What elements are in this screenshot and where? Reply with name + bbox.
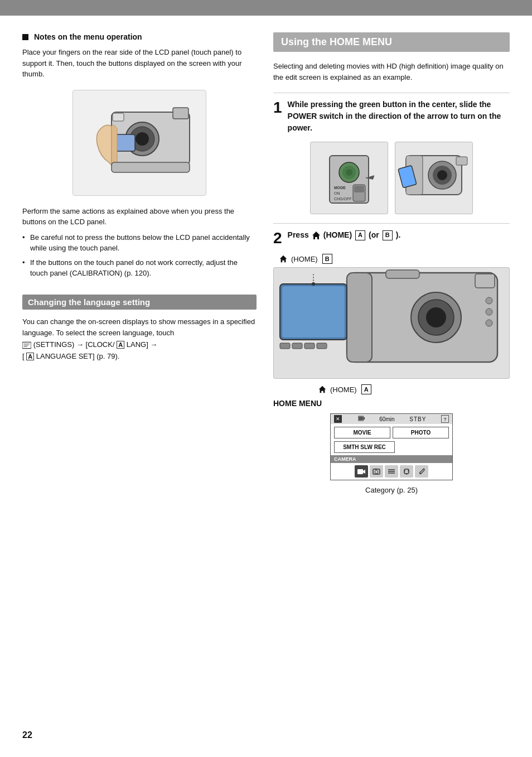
step2-divider <box>273 223 510 224</box>
notes-heading: Notes on the menu operation <box>22 32 257 41</box>
svg-rect-49 <box>359 417 363 420</box>
photo-mode-icon <box>373 468 380 475</box>
home-menu-screen: ✕ 60min STBY ? MOVIE PHOTO <box>330 413 453 480</box>
svg-rect-58 <box>404 469 409 474</box>
svg-marker-51 <box>363 470 365 474</box>
svg-rect-42 <box>292 343 302 349</box>
camera-lcd-svg <box>274 267 509 379</box>
camera-side-step1 <box>395 142 473 214</box>
svg-rect-44 <box>317 343 327 349</box>
hms-icon-4[interactable] <box>415 465 428 478</box>
home-icon-a <box>318 385 327 394</box>
svg-point-36 <box>486 308 492 315</box>
category-label: Category (p. 25) <box>273 486 510 494</box>
step1-row: 1 While pressing the green button in the… <box>273 99 510 134</box>
page-number: 22 <box>22 730 32 740</box>
a-box-lang: A <box>117 341 124 349</box>
svg-point-46 <box>312 282 315 286</box>
battery-icon <box>358 416 365 421</box>
home-a-label-row: (HOME) A <box>318 384 510 394</box>
svg-text:CHG/OFF: CHG/OFF <box>334 197 352 201</box>
bullet-2: If the buttons on the touch panel do not… <box>22 257 257 279</box>
intro-text: Selecting and deleting movies with HD (h… <box>273 61 510 83</box>
step2-row: 2 Press (HOME) A (or B ). <box>273 229 510 246</box>
step2-press: Press <box>288 229 309 241</box>
step1-images: MODE ON CHG/OFF <box>273 142 510 214</box>
home-b-box: B <box>322 254 332 264</box>
svg-rect-48 <box>364 417 365 420</box>
wrench-icon <box>418 468 425 475</box>
left-column: Notes on the menu operation Place your f… <box>22 32 257 500</box>
camera-hand-image <box>72 90 206 196</box>
svg-point-3 <box>136 132 149 146</box>
hms-camera-label: CAMERA <box>331 455 452 463</box>
step2-content: Press (HOME) A (or B ). <box>288 229 401 241</box>
power-switch-svg: MODE ON CHG/OFF <box>313 144 385 211</box>
svg-rect-30 <box>386 270 419 278</box>
svg-point-62 <box>420 473 421 474</box>
step2-home-label: (HOME) <box>323 229 352 241</box>
square-icon <box>22 34 28 40</box>
svg-point-60 <box>404 470 405 471</box>
top-bar <box>0 0 532 16</box>
svg-rect-7 <box>112 162 190 172</box>
home-menu-label: HOME MENU <box>273 399 510 408</box>
camera-side-svg <box>398 144 470 211</box>
hms-topbar: ✕ 60min STBY ? <box>331 414 452 424</box>
svg-rect-4 <box>173 108 188 119</box>
bullet-1: Be careful not to press the buttons belo… <box>22 232 257 254</box>
svg-rect-43 <box>304 343 315 349</box>
power-switch-image: MODE ON CHG/OFF <box>310 142 388 214</box>
a-box-lang2: A <box>26 353 34 360</box>
step2-camera-container: (HOME) B <box>273 254 510 394</box>
home-b-label-row: (HOME) B <box>279 254 510 264</box>
svg-rect-54 <box>375 469 377 470</box>
svg-point-61 <box>408 470 409 471</box>
camera-mode-icon <box>357 468 365 475</box>
hms-icon-0[interactable] <box>355 465 368 478</box>
home-menu-banner: Using the HOME MENU <box>273 32 510 52</box>
svg-rect-27 <box>456 157 467 165</box>
hms-movie-photo-row: MOVIE PHOTO <box>331 424 452 441</box>
hms-photo-btn[interactable]: PHOTO <box>393 427 449 438</box>
svg-rect-40 <box>282 286 345 337</box>
step1-text: While pressing the green button in the c… <box>288 99 510 134</box>
step2-number: 2 <box>273 230 282 246</box>
svg-point-26 <box>437 170 447 180</box>
lang-banner: Changing the language setting <box>22 295 257 310</box>
svg-rect-50 <box>357 469 363 474</box>
step2-or: (or <box>369 229 379 241</box>
lang-text: You can change the on-screen displays to… <box>22 316 257 363</box>
camera-svg <box>78 95 201 190</box>
step2-close: ). <box>396 229 401 241</box>
hms-movie-btn[interactable]: MOVIE <box>334 427 390 438</box>
hms-icon-3[interactable] <box>400 465 413 478</box>
notes-bullets: Be careful not to press the buttons belo… <box>22 232 257 279</box>
svg-text:ON: ON <box>334 191 340 195</box>
hms-icon-row <box>331 463 452 480</box>
svg-point-15 <box>346 169 352 176</box>
svg-point-37 <box>486 320 492 326</box>
usb-icon <box>403 468 410 475</box>
hms-question-btn: ? <box>441 415 449 423</box>
step2-a-box: A <box>355 230 365 240</box>
svg-point-33 <box>426 307 446 327</box>
hms-smth-btn[interactable]: SMTH SLW REC <box>334 441 395 453</box>
step1-divider <box>273 93 510 93</box>
hms-icon-1[interactable] <box>370 465 383 478</box>
home-icon-step2 <box>311 230 321 240</box>
svg-text:MODE: MODE <box>334 186 346 190</box>
svg-rect-5 <box>113 113 124 121</box>
svg-rect-20 <box>354 186 364 192</box>
hms-icon-2[interactable] <box>385 465 398 478</box>
hms-x-btn: ✕ <box>334 415 342 423</box>
settings-icon <box>22 341 31 349</box>
home-icon-b <box>279 254 288 263</box>
right-column: Using the HOME MENU Selecting and deleti… <box>273 32 510 500</box>
svg-point-53 <box>375 470 378 474</box>
list-icon <box>388 468 395 475</box>
svg-rect-38 <box>347 273 372 362</box>
notes-p2: Perform the same actions as explained ab… <box>22 206 257 228</box>
step1-number: 1 <box>273 100 282 115</box>
svg-point-35 <box>486 297 492 304</box>
